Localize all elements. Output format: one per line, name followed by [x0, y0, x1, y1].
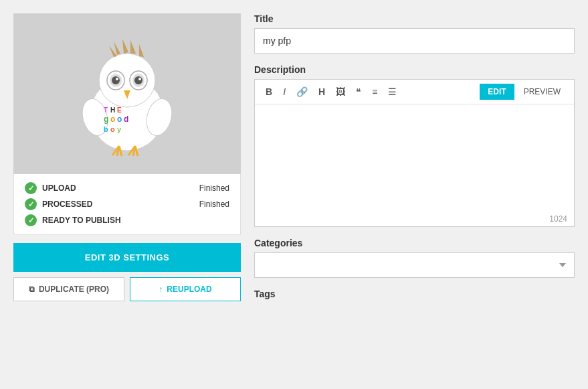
char-count: 1024: [255, 212, 574, 226]
svg-point-9: [112, 76, 120, 84]
svg-marker-6: [139, 44, 144, 57]
processed-label: PROCESSED: [42, 200, 92, 209]
check-icon-processed: ✓: [25, 198, 37, 210]
right-panel: Title Description B I 🔗 H: [254, 13, 575, 301]
svg-text:E: E: [117, 106, 122, 114]
categories-label: Categories: [254, 238, 575, 248]
status-panel: ✓ UPLOAD Finished ✓ PROCESSED Finished ✓…: [13, 174, 241, 235]
description-label: Description: [254, 64, 575, 75]
categories-select[interactable]: [254, 252, 575, 278]
status-row-ready: ✓ READY TO PUBLISH: [25, 214, 229, 226]
svg-marker-3: [122, 39, 128, 54]
processed-value: Finished: [199, 200, 229, 209]
quote-button[interactable]: ❝: [352, 84, 365, 100]
link-icon: 🔗: [296, 86, 308, 97]
title-input[interactable]: [254, 28, 575, 54]
image-preview: T H E g o o d b o y: [13, 13, 241, 174]
svg-text:b: b: [104, 125, 108, 133]
description-editor: B I 🔗 H 🖼 ❝: [254, 79, 575, 227]
svg-point-14: [138, 78, 141, 80]
description-group: Description B I 🔗 H 🖼: [254, 64, 575, 227]
editor-body[interactable]: [255, 104, 574, 212]
svg-text:T: T: [104, 106, 108, 114]
duplicate-icon: ⧉: [29, 285, 35, 294]
editor-toolbar: B I 🔗 H 🖼 ❝: [255, 80, 574, 104]
svg-marker-4: [130, 40, 136, 54]
tags-label: Tags: [254, 289, 575, 299]
ul-icon: ≡: [372, 86, 377, 97]
svg-text:o: o: [110, 114, 115, 124]
image-button[interactable]: 🖼: [332, 84, 349, 100]
ol-icon: ☰: [388, 86, 397, 97]
image-icon: 🖼: [336, 86, 345, 97]
upload-label: UPLOAD: [42, 183, 76, 193]
svg-text:d: d: [124, 114, 128, 124]
svg-text:H: H: [110, 106, 115, 114]
check-icon-ready: ✓: [25, 214, 37, 226]
unordered-list-button[interactable]: ≡: [368, 84, 381, 100]
edit-3d-button[interactable]: EDIT 3D SETTINGS: [13, 243, 241, 272]
link-button[interactable]: 🔗: [292, 84, 312, 100]
status-row-processed: ✓ PROCESSED Finished: [25, 198, 229, 210]
duplicate-label: DUPLICATE (PRO): [39, 285, 109, 294]
tags-group: Tags: [254, 289, 575, 299]
bird-illustration: T H E g o o d b o y: [67, 27, 187, 161]
left-panel: T H E g o o d b o y: [13, 13, 241, 301]
svg-text:y: y: [117, 125, 122, 133]
reupload-icon: ↑: [159, 285, 163, 294]
status-row-upload: ✓ UPLOAD Finished: [25, 182, 229, 194]
check-icon-upload: ✓: [25, 182, 37, 194]
svg-text:o: o: [110, 125, 115, 133]
svg-marker-2: [114, 42, 120, 55]
upload-value: Finished: [199, 183, 229, 193]
title-label: Title: [254, 13, 575, 24]
heading-icon: H: [318, 86, 325, 97]
quote-icon: ❝: [356, 86, 361, 97]
ordered-list-button[interactable]: ☰: [384, 84, 401, 100]
edit-mode-button[interactable]: EDIT: [480, 84, 514, 100]
preview-mode-button[interactable]: PREVIEW: [517, 84, 567, 100]
bottom-buttons: ⧉ DUPLICATE (PRO) ↑ REUPLOAD: [13, 277, 241, 301]
svg-point-13: [134, 76, 142, 84]
reupload-button[interactable]: ↑ REUPLOAD: [130, 277, 241, 301]
heading-button[interactable]: H: [314, 84, 329, 100]
bold-button[interactable]: B: [262, 84, 276, 100]
italic-button[interactable]: I: [279, 84, 290, 100]
title-group: Title: [254, 13, 575, 54]
italic-icon: I: [283, 86, 286, 97]
svg-point-10: [116, 78, 118, 80]
ready-label: READY TO PUBLISH: [42, 216, 121, 225]
categories-group: Categories: [254, 238, 575, 278]
svg-text:o: o: [117, 114, 122, 124]
bold-icon: B: [266, 86, 272, 97]
duplicate-button[interactable]: ⧉ DUPLICATE (PRO): [13, 277, 124, 301]
reupload-label: REUPLOAD: [167, 285, 211, 294]
svg-text:g: g: [104, 114, 108, 124]
